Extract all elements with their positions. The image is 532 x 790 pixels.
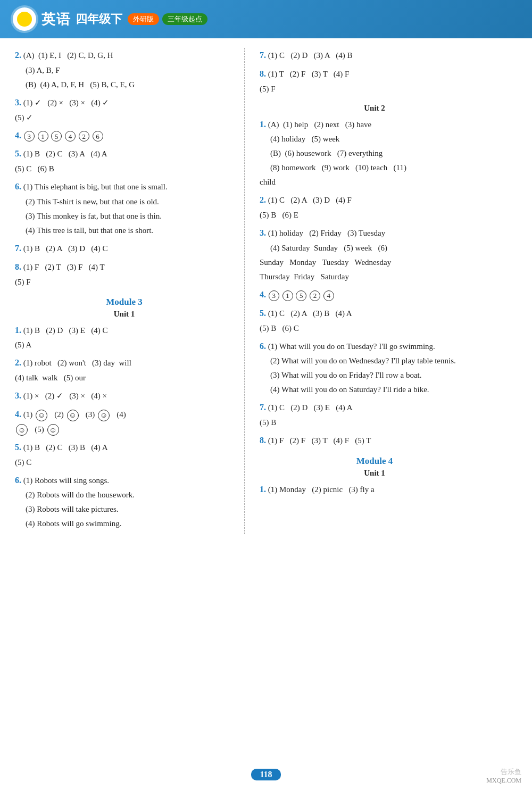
u2-answer-5: 5. (1) C (2) A (3) B (4) A (5) B (6) C [260,306,489,336]
logo-circle [13,7,36,31]
watermark: 告乐鱼 MXQE.COM [486,767,521,785]
main-content: 2. (A) (1) E, I (2) C, D, G, H (3) A, B,… [0,38,532,550]
answer-7: 7. (1) B (2) A (3) D (4) C [15,241,234,256]
page-number: 118 [251,769,280,780]
page-header: 英语 四年级下 外研版 三年级起点 [0,0,532,38]
m3u1-answer-6: 6. (1) Robots will sing songs. (2) Robot… [15,473,234,531]
u2-answer-6: 6. (1) What will you do on Tuesday? I'll… [260,339,489,397]
page-footer: 118 [0,769,532,780]
u2-answer-3: 3. (1) holiday (2) Friday (3) Tuesday (4… [260,226,489,284]
right-answer-8: 8. (1) T (2) F (3) T (4) F (5) F [260,66,489,96]
m3u1-answer-5: 5. (1) B (2) C (3) B (4) A (5) C [15,440,234,470]
m4u1-answer-1: 1. (1) Monday (2) picnic (3) fly a [260,482,489,497]
start-grade-badge: 三年级起点 [162,13,207,25]
right-answer-7: 7. (1) C (2) D (3) A (4) B [260,48,489,63]
answer-5: 5. (1) B (2) C (3) A (4) A (5) C (6) B [15,146,234,176]
answer-3: 3. (1) ✓ (2) × (3) × (4) ✓ (5) ✓ [15,95,234,125]
subject-title: 英语 [41,10,71,29]
m3u1-answer-3: 3. (1) × (2) ✓ (3) × (4) × [15,388,234,404]
unit2-title: Unit 2 [260,104,489,113]
m3u1-answer-1: 1. (1) B (2) D (3) E (4) C (5) A [15,323,234,353]
u2-answer-7: 7. (1) C (2) D (3) E (4) A (5) B [260,400,489,430]
answer-8: 8. (1) F (2) T (3) F (4) T (5) F [15,260,234,289]
unit1-title-m4: Unit 1 [260,469,489,478]
answer-4: 4. 3 1 5 4 2 6 [15,128,234,144]
answer-2: 2. (A) (1) E, I (2) C, D, G, H (3) A, B,… [15,48,234,92]
answer-6: 6. (1) This elephant is big, but that on… [15,179,234,238]
unit1-title-m3: Unit 1 [15,310,234,319]
u2-answer-8: 8. (1) F (2) F (3) T (4) F (5) T [260,433,489,448]
module3-title: Module 3 [15,297,234,307]
u2-answer-2: 2. (1) C (2) A (3) D (4) F (5) B (6) E [260,193,489,222]
u2-answer-1: 1. (A) (1) help (2) next (3) have (4) ho… [260,117,489,190]
module4-title: Module 4 [260,456,489,467]
left-column: 2. (A) (1) E, I (2) C, D, G, H (3) A, B,… [0,48,245,534]
m3u1-answer-2: 2. (1) robot (2) won't (3) day will (4) … [15,355,234,385]
grade-label: 四年级下 [76,11,122,27]
right-column: 7. (1) C (2) D (3) A (4) B 8. (1) T (2) … [245,48,500,534]
edition-badge: 外研版 [128,13,159,25]
u2-answer-4: 4. 3 1 5 2 4 [260,287,489,303]
m3u1-answer-4: 4. (1) ☺ (2) ☺ (3) ☺ (4) ☺ (5) ☺ [15,407,234,437]
